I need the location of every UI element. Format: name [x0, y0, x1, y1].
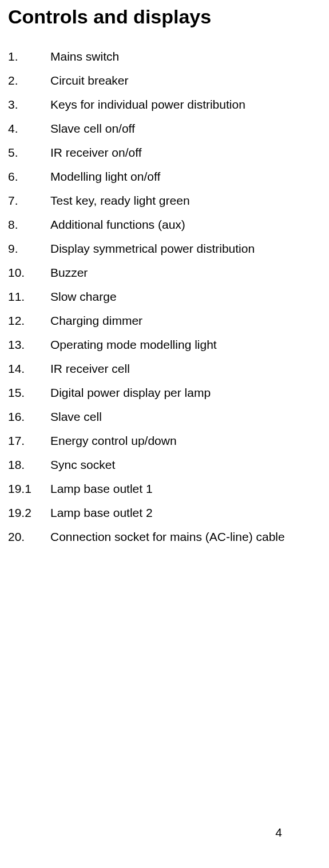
list-item-label: Charging dimmer: [50, 314, 142, 328]
list-item-number: 11.: [8, 290, 50, 304]
list-item: 16.Slave cell: [8, 410, 321, 424]
list-item: 9.Display symmetrical power distribution: [8, 242, 321, 256]
page-number: 4: [275, 826, 282, 839]
list-item-number: 20.: [8, 530, 50, 544]
list-item: 14.IR receiver cell: [8, 362, 321, 376]
list-item: 13.Operating mode modelling light: [8, 338, 321, 352]
list-item-label: Additional functions (aux): [50, 218, 185, 232]
list-item-label: Sync socket: [50, 458, 115, 472]
list-item-number: 19.1: [8, 482, 50, 496]
list-item: 7.Test key, ready light green: [8, 194, 321, 208]
list-item: 3.Keys for individual power distribution: [8, 98, 321, 112]
list-item-label: Operating mode modelling light: [50, 338, 217, 352]
list-item-number: 9.: [8, 242, 50, 256]
list-item-number: 17.: [8, 434, 50, 448]
list-item-label: Slow charge: [50, 290, 117, 304]
list-item-number: 14.: [8, 362, 50, 376]
list-item-number: 1.: [8, 50, 50, 63]
list-item-label: Connection socket for mains (AC-line) ca…: [50, 530, 285, 544]
list-item-number: 13.: [8, 338, 50, 352]
list-item-number: 19.2: [8, 506, 50, 520]
list-item-number: 12.: [8, 314, 50, 328]
list-item-label: Buzzer: [50, 266, 88, 280]
list-item-label: Keys for individual power distribution: [50, 98, 245, 112]
list-item-number: 3.: [8, 98, 50, 112]
list-item-number: 15.: [8, 386, 50, 400]
list-item: 2.Circuit breaker: [8, 74, 321, 87]
list-item-label: Lamp base outlet 1: [50, 482, 153, 496]
list-item-number: 4.: [8, 122, 50, 136]
list-item-label: Slave cell: [50, 410, 102, 424]
list-item: 17.Energy control up/down: [8, 434, 321, 448]
list-item-label: Test key, ready light green: [50, 194, 190, 208]
list-item-label: Digital power display per lamp: [50, 386, 211, 400]
page-title: Controls and displays: [8, 6, 321, 28]
list-item: 11.Slow charge: [8, 290, 321, 304]
list-item-number: 2.: [8, 74, 50, 87]
list-item: 19.1Lamp base outlet 1: [8, 482, 321, 496]
list-item: 1.Mains switch: [8, 50, 321, 63]
list-item-number: 8.: [8, 218, 50, 232]
list-item: 20.Connection socket for mains (AC-line)…: [8, 530, 321, 544]
list-item-label: Slave cell on/off: [50, 122, 135, 136]
list-item: 18.Sync socket: [8, 458, 321, 472]
controls-list: 1.Mains switch2.Circuit breaker3.Keys fo…: [8, 50, 321, 544]
list-item-label: Mains switch: [50, 50, 119, 63]
list-item: 15.Digital power display per lamp: [8, 386, 321, 400]
list-item-number: 10.: [8, 266, 50, 280]
list-item: 5.IR receiver on/off: [8, 146, 321, 160]
list-item-number: 6.: [8, 170, 50, 184]
list-item-label: IR receiver cell: [50, 362, 130, 376]
list-item: 10.Buzzer: [8, 266, 321, 280]
list-item-label: Lamp base outlet 2: [50, 506, 153, 520]
list-item-number: 18.: [8, 458, 50, 472]
list-item-label: Display symmetrical power distribution: [50, 242, 255, 256]
list-item-number: 7.: [8, 194, 50, 208]
list-item: 6.Modelling light on/off: [8, 170, 321, 184]
list-item-label: Energy control up/down: [50, 434, 177, 448]
list-item-number: 5.: [8, 146, 50, 160]
list-item: 8.Additional functions (aux): [8, 218, 321, 232]
list-item-label: IR receiver on/off: [50, 146, 142, 160]
list-item: 4.Slave cell on/off: [8, 122, 321, 136]
list-item-label: Circuit breaker: [50, 74, 129, 87]
list-item: 12.Charging dimmer: [8, 314, 321, 328]
list-item: 19.2Lamp base outlet 2: [8, 506, 321, 520]
list-item-number: 16.: [8, 410, 50, 424]
list-item-label: Modelling light on/off: [50, 170, 160, 184]
